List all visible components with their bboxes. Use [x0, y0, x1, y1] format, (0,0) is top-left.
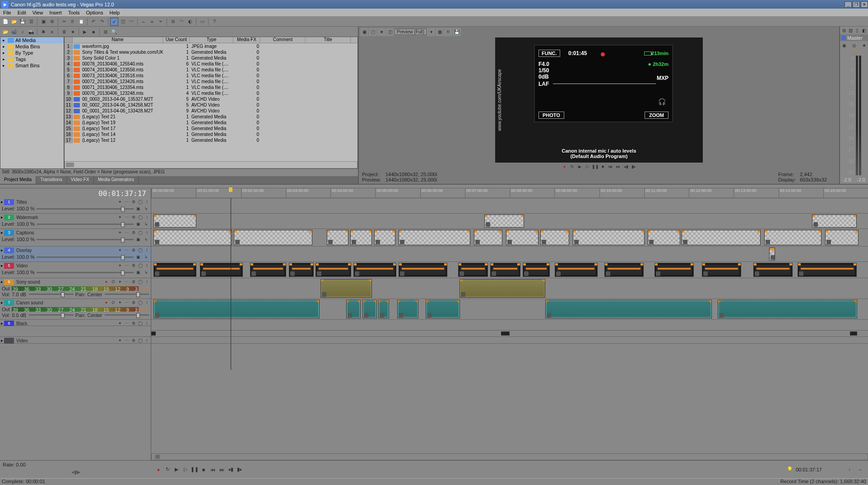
track-name[interactable]: Video: [15, 338, 116, 343]
remove-selected-icon[interactable]: ✖: [39, 28, 47, 36]
tree-item[interactable]: ▸All Media: [0, 37, 64, 43]
level-slider[interactable]: [37, 224, 134, 225]
clip[interactable]: [250, 263, 286, 277]
clip-fx-icon[interactable]: [427, 313, 432, 317]
parent-icon[interactable]: ↳: [143, 254, 149, 260]
close-button[interactable]: ✕: [861, 1, 868, 8]
clip[interactable]: [378, 300, 389, 318]
auto-crossfade-icon[interactable]: ◠: [177, 18, 186, 26]
menu-help[interactable]: Help: [106, 10, 123, 15]
track-motion-icon[interactable]: ✦: [117, 215, 123, 220]
clip[interactable]: [153, 300, 320, 318]
clip[interactable]: [501, 331, 510, 336]
master-meter[interactable]: -3-6-9-12-15-18-21-24-27-30-33: [840, 54, 868, 177]
track-name[interactable]: Captions: [15, 230, 116, 235]
clip[interactable]: [426, 300, 460, 318]
clip-fx-icon[interactable]: [486, 222, 490, 227]
clip[interactable]: [682, 230, 761, 245]
clip[interactable]: [200, 263, 243, 277]
media-row[interactable]: 5 00074_20130406_123558.mts 1 VLC media …: [65, 67, 357, 73]
clip-fx-icon[interactable]: [649, 240, 654, 244]
track-fx-icon[interactable]: ⋯: [124, 263, 130, 269]
clip-fx-icon[interactable]: [251, 271, 256, 276]
stop-button[interactable]: ■: [600, 163, 606, 170]
clip-fx-icon[interactable]: [461, 292, 465, 297]
level-slider[interactable]: [37, 256, 134, 258]
column-header[interactable]: Title: [306, 37, 351, 43]
solo-icon[interactable]: !: [144, 230, 150, 236]
open-project-icon[interactable]: 📂: [10, 18, 18, 26]
automation-icon[interactable]: ⚙: [130, 247, 136, 253]
menu-options[interactable]: Options: [83, 10, 107, 15]
track-fx-icon[interactable]: ⋯: [124, 300, 130, 306]
track-header[interactable]: ▸ 2 Watermark✦ ⋯ ⚙ ◯ ! Level: 100.0 %▣↳: [0, 214, 151, 229]
media-row[interactable]: 17 (Legacy) Text 12 1 Generated Media 0: [65, 137, 357, 143]
capture-video-icon[interactable]: 📹: [10, 28, 18, 36]
play-media-icon[interactable]: ▶: [81, 28, 89, 36]
compositing-icon[interactable]: ▣: [135, 221, 141, 227]
clip-fx-icon[interactable]: [766, 240, 770, 244]
clip-fx-icon[interactable]: [376, 240, 380, 244]
solo-icon[interactable]: !: [144, 263, 150, 269]
clip-fx-icon[interactable]: [826, 240, 831, 244]
clip[interactable]: [460, 279, 546, 298]
clip-fx-icon[interactable]: [542, 240, 546, 244]
clip-fx-icon[interactable]: [400, 271, 404, 276]
track-lane[interactable]: [151, 278, 868, 299]
tb-pause-button[interactable]: ❚❚: [191, 466, 198, 473]
zoom-height-icon[interactable]: ↕: [845, 466, 854, 474]
play-from-start-button[interactable]: ▶: [577, 163, 583, 170]
arm-record-icon[interactable]: ●: [103, 300, 109, 306]
track-lane[interactable]: [151, 337, 868, 344]
master-downmix-icon[interactable]: ◧: [861, 27, 867, 35]
media-row[interactable]: 4 00078_20130406_125540.mts 6 VLC media …: [65, 61, 357, 67]
clip-fx-icon[interactable]: [556, 271, 561, 276]
parent-icon[interactable]: ↳: [143, 237, 149, 242]
track-minimize-icon[interactable]: ▸: [1, 280, 3, 284]
preview-quality-selector[interactable]: Preview (Full): [395, 29, 427, 35]
track-motion-icon[interactable]: ✦: [117, 230, 123, 236]
clip-fx-icon[interactable]: [328, 240, 333, 244]
parent-icon[interactable]: ↳: [143, 206, 149, 212]
pause-button[interactable]: ❚❚: [592, 163, 599, 170]
views-icon[interactable]: ⊞: [102, 28, 110, 36]
clip-fx-icon[interactable]: [606, 271, 610, 276]
clip[interactable]: [648, 230, 680, 245]
mute-icon[interactable]: ◯: [137, 338, 143, 344]
column-header[interactable]: Use Count: [163, 37, 190, 43]
tb-stop-button[interactable]: ■: [200, 466, 207, 473]
explorer-tab[interactable]: Media Generators: [94, 176, 139, 184]
media-row[interactable]: 13 (Legacy) Text 21 1 Generated Media 0: [65, 114, 357, 120]
media-list-hscroll[interactable]: [65, 161, 357, 168]
tb-go-end-button[interactable]: ⏭: [218, 466, 225, 473]
clip-fx-icon[interactable]: [355, 271, 359, 276]
normal-edit-tool-icon[interactable]: ➹: [110, 18, 118, 26]
preview-project-properties-icon[interactable]: ▣: [360, 28, 368, 36]
media-row[interactable]: 14 (Legacy) Text 19 1 Generated Media 0: [65, 120, 357, 126]
solo-icon[interactable]: !: [144, 215, 150, 220]
media-row[interactable]: 8 00071_20130406_123354.mts 1 VLC media …: [65, 84, 357, 90]
clip[interactable]: [320, 279, 372, 298]
pan-slider[interactable]: [105, 294, 149, 295]
mute-icon[interactable]: ◯: [137, 263, 143, 269]
vol-slider[interactable]: [29, 314, 74, 316]
timeline-timecode[interactable]: 00:01:37:17: [98, 189, 146, 198]
track-motion-icon[interactable]: ✦: [117, 247, 123, 253]
track-minimize-icon[interactable]: ▸: [1, 230, 3, 235]
clip-fx-icon[interactable]: [656, 271, 660, 276]
media-row[interactable]: 15 (Legacy) Text 17 1 Generated Media 0: [65, 126, 357, 131]
tb-prev-frame-button[interactable]: ◂▮: [227, 466, 234, 473]
clip-fx-icon[interactable]: [771, 255, 775, 260]
track-motion-icon[interactable]: ✦: [117, 338, 123, 344]
solo-icon[interactable]: !: [144, 247, 150, 253]
track-fx-icon[interactable]: ⋯: [124, 247, 130, 253]
tree-item[interactable]: ▸Smart Bins: [0, 62, 64, 69]
automation-icon[interactable]: ⚙: [130, 263, 136, 269]
playhead-line[interactable]: [231, 198, 231, 370]
lock-envelopes-icon[interactable]: ⫧: [157, 18, 165, 26]
clip-fx-icon[interactable]: [235, 240, 240, 244]
clip-fx-icon[interactable]: [364, 313, 368, 317]
track-lane[interactable]: [151, 247, 868, 262]
clip[interactable]: [362, 300, 377, 318]
column-header[interactable]: Media FX: [233, 37, 260, 43]
